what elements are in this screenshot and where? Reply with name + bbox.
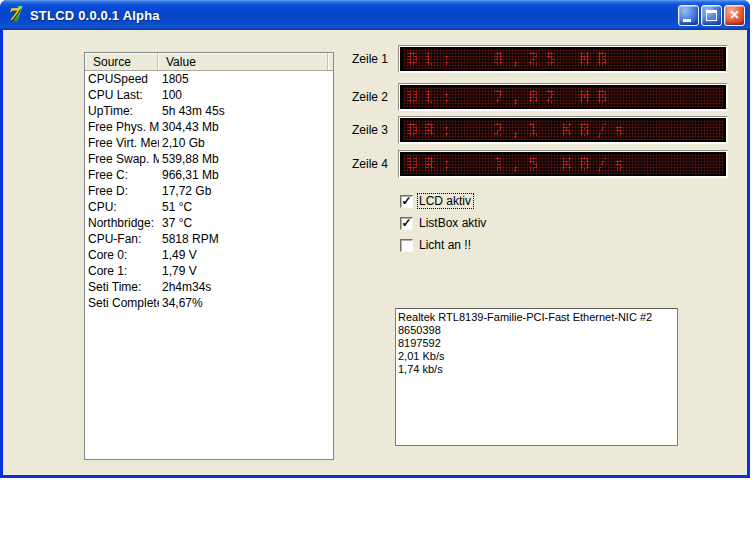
- row-value: 5818 RPM: [159, 231, 219, 247]
- list-item[interactable]: 1,74 kb/s: [398, 363, 675, 376]
- network-listbox[interactable]: Realtek RTL8139-Familie-PCI-Fast Etherne…: [395, 308, 678, 446]
- row-source: Core 1:: [85, 263, 159, 279]
- app-icon: 7: [7, 6, 25, 24]
- minimize-button[interactable]: [678, 5, 699, 26]
- table-row[interactable]: Free D:17,72 Gb: [85, 183, 333, 199]
- row-value: 2h4m34s: [159, 279, 211, 295]
- lcd-bezel: UR: 1,5 KB/s: [400, 152, 726, 176]
- lcd-text-2: UL: 7,82 MB: [407, 87, 614, 107]
- lcd-screen: DL: 8,25 MB: [403, 49, 723, 69]
- lcd-screen: UL: 7,82 MB: [403, 87, 723, 107]
- lcd-text-4: UR: 1,5 KB/s: [407, 154, 631, 174]
- lcd-line-2-label: Zeile 2: [330, 91, 388, 104]
- lcd-display-2: UL: 7,82 MB: [398, 83, 728, 111]
- row-source: Free Phys. Men: [85, 119, 159, 135]
- titlebar[interactable]: 7 STLCD 0.0.0.1 Alpha ✕: [0, 0, 750, 30]
- check-icon: ✓: [401, 217, 412, 229]
- checkbox-lcd-aktiv-label[interactable]: LCD aktiv: [418, 194, 473, 208]
- row-source: Seti Time:: [85, 279, 159, 295]
- list-item[interactable]: 2,01 Kb/s: [398, 350, 675, 363]
- row-source: UpTime:: [85, 103, 159, 119]
- list-item[interactable]: 8197592: [398, 337, 675, 350]
- row-source: Core 0:: [85, 247, 159, 263]
- lcd-screen: UR: 1,5 KB/s: [403, 154, 723, 174]
- row-value: 1805: [159, 71, 189, 87]
- lcd-text-1: DL: 8,25 MB: [407, 49, 614, 69]
- table-row[interactable]: CPU:51 °C: [85, 199, 333, 215]
- column-header-source[interactable]: Source: [85, 53, 158, 70]
- lcd-bezel: DL: 8,25 MB: [400, 47, 726, 71]
- row-source: Free D:: [85, 183, 159, 199]
- row-value: 37 °C: [159, 215, 192, 231]
- table-row[interactable]: CPU Last:100: [85, 87, 333, 103]
- row-source: CPU:: [85, 199, 159, 215]
- lcd-line-3-label: Zeile 3: [330, 124, 388, 137]
- close-icon: ✕: [725, 6, 744, 25]
- lcd-line-1-label: Zeile 1: [330, 53, 388, 66]
- lcd-display-3: DR: 2,1 KB/s: [398, 116, 728, 144]
- checkbox-lcd-aktiv[interactable]: ✓: [400, 195, 413, 208]
- table-row[interactable]: Seti Complete:34,67%: [85, 295, 333, 311]
- checkbox-licht-an[interactable]: [400, 239, 413, 252]
- checkbox-listbox-aktiv[interactable]: ✓: [400, 217, 413, 230]
- check-icon: ✓: [401, 195, 412, 207]
- row-source: CPU Last:: [85, 87, 159, 103]
- lcd-text-3: DR: 2,1 KB/s: [407, 120, 631, 140]
- row-value: 539,88 Mb: [159, 151, 219, 167]
- maximize-button[interactable]: [701, 5, 722, 26]
- stats-table-header: Source Value: [85, 53, 333, 71]
- lcd-display-1: DL: 8,25 MB: [398, 45, 728, 73]
- row-source: Northbridge:: [85, 215, 159, 231]
- lcd-bezel: DR: 2,1 KB/s: [400, 118, 726, 142]
- checkbox-licht-an-label[interactable]: Licht an !!: [419, 238, 471, 252]
- stats-table[interactable]: Source Value CPUSpeed1805 CPU Last:100 U…: [84, 52, 334, 460]
- app-window: 7 STLCD 0.0.0.1 Alpha ✕ Source Value CPU…: [0, 0, 750, 478]
- lcd-bezel: UL: 7,82 MB: [400, 85, 726, 109]
- row-source: Free Swap. Me: [85, 151, 159, 167]
- row-value: 5h 43m 45s: [159, 103, 225, 119]
- list-item[interactable]: 8650398: [398, 324, 675, 337]
- lcd-line-4-label: Zeile 4: [330, 158, 388, 171]
- table-row[interactable]: Core 0:1,49 V: [85, 247, 333, 263]
- titlebar-buttons: ✕: [678, 5, 745, 26]
- table-row[interactable]: Free Swap. Me539,88 Mb: [85, 151, 333, 167]
- table-row[interactable]: Free C:966,31 Mb: [85, 167, 333, 183]
- stats-table-body: CPUSpeed1805 CPU Last:100 UpTime:5h 43m …: [85, 71, 333, 311]
- table-row[interactable]: CPU-Fan:5818 RPM: [85, 231, 333, 247]
- row-source: Free C:: [85, 167, 159, 183]
- row-value: 304,43 Mb: [159, 119, 219, 135]
- table-row[interactable]: UpTime:5h 43m 45s: [85, 103, 333, 119]
- table-row[interactable]: CPUSpeed1805: [85, 71, 333, 87]
- row-value: 100: [159, 87, 182, 103]
- maximize-icon: [706, 10, 717, 21]
- table-row[interactable]: Core 1:1,79 V: [85, 263, 333, 279]
- list-item[interactable]: Realtek RTL8139-Familie-PCI-Fast Etherne…: [398, 311, 675, 324]
- row-value: 1,49 V: [159, 247, 197, 263]
- row-value: 51 °C: [159, 199, 192, 215]
- row-value: 966,31 Mb: [159, 167, 219, 183]
- close-button[interactable]: ✕: [724, 5, 745, 26]
- row-value: 34,67%: [159, 295, 203, 311]
- table-row[interactable]: Free Phys. Men304,43 Mb: [85, 119, 333, 135]
- row-value: 1,79 V: [159, 263, 197, 279]
- column-header-value[interactable]: Value: [158, 53, 328, 70]
- checkbox-listbox-aktiv-label[interactable]: ListBox aktiv: [419, 216, 486, 230]
- table-row[interactable]: Northbridge:37 °C: [85, 215, 333, 231]
- lcd-display-4: UR: 1,5 KB/s: [398, 150, 728, 178]
- lcd-screen: DR: 2,1 KB/s: [403, 120, 723, 140]
- row-value: 17,72 Gb: [159, 183, 211, 199]
- window-title: STLCD 0.0.0.1 Alpha: [30, 8, 160, 23]
- row-value: 2,10 Gb: [159, 135, 205, 151]
- minimize-icon: [683, 19, 691, 22]
- row-source: Free Virt. Mem: [85, 135, 159, 151]
- table-row[interactable]: Seti Time:2h4m34s: [85, 279, 333, 295]
- row-source: CPU-Fan:: [85, 231, 159, 247]
- row-source: Seti Complete:: [85, 295, 159, 311]
- table-row[interactable]: Free Virt. Mem2,10 Gb: [85, 135, 333, 151]
- row-source: CPUSpeed: [85, 71, 159, 87]
